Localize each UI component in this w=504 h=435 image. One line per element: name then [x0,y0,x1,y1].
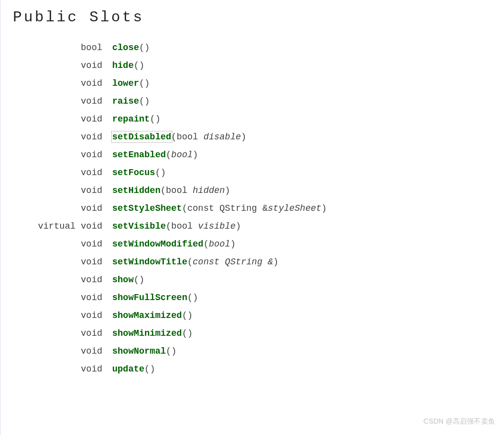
signature-cell: setVisible(bool visible) [107,217,332,235]
return-type: void [13,164,107,182]
paren-close: ) [155,114,160,124]
param-type: bool [171,221,198,231]
function-link[interactable]: showNormal [112,346,166,356]
paren-open: ( [182,203,187,213]
slot-row: voidshowMinimized() [13,324,332,342]
function-link[interactable]: setWindowTitle [112,257,187,267]
return-type: void [13,57,107,74]
paren-open: ( [150,114,155,124]
paren-close: ) [230,239,236,249]
section-title: Public Slots [13,9,504,26]
function-link[interactable]: repaint [112,114,150,124]
return-type: void [13,324,107,342]
paren-close: ) [187,328,193,338]
watermark: CSDN @高启强不卖鱼 [424,417,495,426]
function-link[interactable]: show [112,275,134,285]
paren-close: ) [235,221,241,231]
function-link[interactable]: setEnabled [112,150,166,160]
paren-open: ( [182,311,187,320]
return-type: void [13,307,107,324]
function-link[interactable]: setHidden [112,186,160,195]
paren-close: ) [241,132,246,142]
function-link[interactable]: showMinimized [112,328,182,338]
slot-row: voidsetFocus() [13,164,332,182]
param-name: visible [198,221,236,231]
signature-cell: setStyleSheet(const QString &styleSheet) [107,199,332,217]
paren-open: ( [139,43,144,53]
function-link[interactable]: setStyleSheet [112,203,182,213]
slot-row: voidhide() [13,57,332,74]
function-link[interactable]: setWindowModified [112,239,204,249]
slot-row: boolclose() [13,39,332,57]
param-type: bool [177,132,204,142]
signature-cell: close() [107,39,332,57]
function-link[interactable]: raise [112,96,139,106]
signature-cell: setDisabled(bool disable) [107,128,332,146]
function-link[interactable]: hide [112,61,134,70]
return-type: void [13,360,107,378]
slot-row: voidsetHidden(bool hidden) [13,182,332,199]
param-type: const QString & [187,203,268,213]
slot-row: virtual voidsetVisible(bool visible) [13,217,332,235]
paren-open: ( [144,364,150,374]
param-name: bool [171,150,193,160]
paren-close: ) [160,168,166,178]
slot-row: voidshowNormal() [13,342,332,360]
paren-open: ( [155,168,160,178]
return-type: void [13,182,107,199]
slot-row: voidsetEnabled(bool) [13,146,332,164]
paren-open: ( [139,96,144,106]
function-link[interactable]: setDisabled [112,132,171,142]
paren-open: ( [182,328,187,338]
signature-cell: hide() [107,57,332,74]
signature-cell: setWindowModified(bool) [107,235,332,253]
signature-cell: show() [107,271,332,289]
return-type: void [13,289,107,307]
param-name: hidden [193,186,225,195]
function-link[interactable]: showMaximized [112,311,182,320]
paren-close: ) [144,96,150,106]
function-link[interactable]: close [112,43,139,53]
function-link[interactable]: lower [112,78,139,88]
return-type: void [13,271,107,289]
return-type: void [13,342,107,360]
param-name: bool [209,239,230,249]
return-type: void [13,253,107,271]
function-link[interactable]: setVisible [112,221,166,231]
signature-cell: repaint() [107,110,332,128]
paren-open: ( [166,150,171,160]
slot-row: voidrepaint() [13,110,332,128]
slot-row: voidshowMaximized() [13,307,332,324]
return-type: void [13,235,107,253]
return-type: void [13,74,107,92]
paren-open: ( [134,61,139,70]
slot-row: voidsetDisabled(bool disable) [13,128,332,146]
slot-row: voidraise() [13,92,332,110]
slot-row: voidshow() [13,271,332,289]
paren-open: ( [166,221,171,231]
paren-open: ( [171,132,177,142]
return-type: bool [13,39,107,57]
slot-row: voidshowFullScreen() [13,289,332,307]
param-name: const QString & [193,257,273,267]
paren-open: ( [187,293,193,303]
function-link[interactable]: update [112,364,144,374]
paren-close: ) [150,364,155,374]
slots-table: boolclose()voidhide()voidlower()voidrais… [13,39,332,378]
paren-close: ) [144,78,150,88]
paren-open: ( [139,78,144,88]
function-link[interactable]: setFocus [112,168,155,178]
return-type: void [13,92,107,110]
slot-row: voidlower() [13,74,332,92]
slot-row: voidsetWindowModified(bool) [13,235,332,253]
signature-cell: setHidden(bool hidden) [107,182,332,199]
slot-row: voidsetWindowTitle(const QString &) [13,253,332,271]
function-link[interactable]: showFullScreen [112,293,187,303]
signature-cell: lower() [107,74,332,92]
param-name: disable [204,132,241,142]
return-type: void [13,146,107,164]
paren-close: ) [273,257,279,267]
param-type: bool [166,186,193,195]
paren-open: ( [204,239,209,249]
return-type: virtual void [13,217,107,235]
